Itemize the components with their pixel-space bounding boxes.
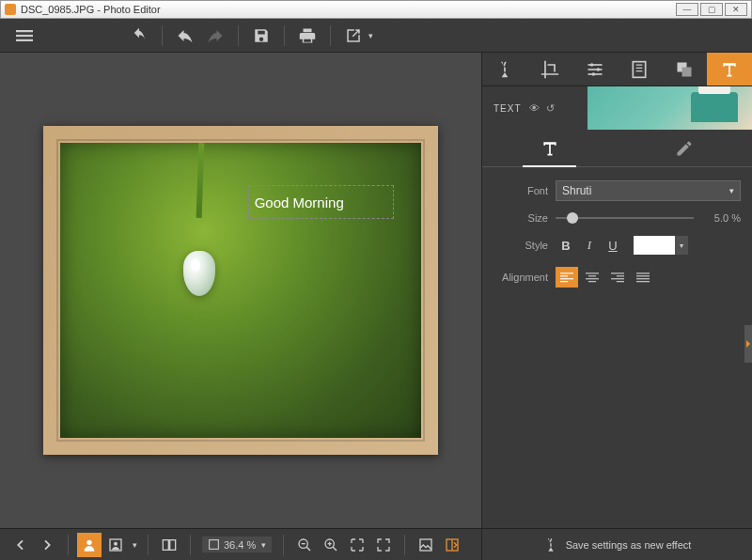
text-subtabs: [482, 130, 752, 167]
text-color-swatch[interactable]: [634, 236, 675, 255]
svg-rect-41: [420, 539, 431, 551]
text-overlay-box[interactable]: Good Morning: [248, 185, 394, 219]
zoom-caret-icon: ▾: [261, 540, 266, 550]
window-close-button[interactable]: ✕: [725, 3, 747, 16]
svg-line-35: [306, 547, 310, 551]
tab-crop[interactable]: [527, 53, 572, 86]
svg-rect-22: [611, 278, 624, 279]
align-right-button[interactable]: [606, 267, 629, 288]
export-caret-icon[interactable]: ▾: [365, 23, 376, 49]
print-icon[interactable]: [294, 23, 321, 49]
undo-full-icon[interactable]: [126, 23, 152, 49]
nav-next-icon[interactable]: [35, 533, 59, 557]
font-value: Shruti: [562, 184, 591, 197]
zoom-display[interactable]: 36.4 % ▾: [202, 537, 272, 552]
svg-rect-5: [588, 69, 602, 70]
tab-adjust[interactable]: [572, 53, 618, 86]
menu-icon[interactable]: [11, 23, 38, 49]
fit-screen-icon[interactable]: [345, 533, 369, 557]
underline-button[interactable]: U: [603, 235, 623, 256]
svg-rect-15: [560, 281, 568, 282]
title-appname: Photo Editor: [103, 4, 161, 15]
header-decoration: [588, 86, 752, 130]
italic-button[interactable]: I: [579, 235, 600, 256]
bold-button[interactable]: B: [556, 235, 576, 256]
svg-rect-27: [636, 281, 650, 282]
svg-rect-14: [560, 278, 573, 279]
text-properties: Font Shruti ▾ Size 5.0 % Style B: [482, 167, 752, 312]
font-label: Font: [494, 185, 548, 196]
portrait-caret-icon[interactable]: ▾: [130, 533, 139, 557]
layout-split-icon[interactable]: [157, 533, 181, 557]
svg-rect-3: [588, 64, 602, 66]
svg-rect-31: [163, 539, 168, 550]
subtab-text[interactable]: [482, 130, 618, 166]
align-justify-button[interactable]: [632, 267, 654, 288]
zoom-out-icon[interactable]: [292, 533, 317, 557]
window-minimize-button[interactable]: —: [676, 3, 698, 16]
align-left-button[interactable]: [556, 267, 578, 288]
svg-point-28: [86, 539, 91, 544]
titlebar: DSC_0985.JPG - Photo Editor — ▢ ✕: [0, 0, 752, 19]
align-center-button[interactable]: [581, 267, 603, 288]
font-select[interactable]: Shruti ▾: [556, 180, 741, 201]
save-icon[interactable]: [248, 23, 274, 49]
svg-point-6: [596, 68, 599, 70]
undo-icon[interactable]: [172, 23, 198, 49]
svg-point-4: [590, 63, 593, 66]
canvas-area[interactable]: Good Morning: [0, 53, 481, 528]
svg-rect-0: [16, 30, 33, 32]
overlay-text: Good Morning: [255, 194, 344, 210]
sidebar-tool-tabs: [482, 53, 752, 86]
svg-rect-32: [170, 539, 176, 550]
photo-image: Good Morning: [60, 143, 421, 438]
svg-rect-21: [617, 275, 624, 276]
reset-icon[interactable]: ↺: [546, 102, 556, 115]
text-panel-header: TEXT 👁 ↺: [482, 86, 752, 130]
svg-rect-13: [560, 275, 568, 276]
window-maximize-button[interactable]: ▢: [700, 3, 723, 16]
size-slider-thumb[interactable]: [567, 212, 578, 224]
photo-waterdrop: [183, 251, 215, 296]
text-header-label: TEXT: [494, 103, 522, 114]
main-toolbar: ▾: [0, 19, 752, 53]
redo-icon[interactable]: [202, 23, 228, 49]
svg-rect-1: [16, 34, 33, 36]
flask-icon: [543, 537, 558, 552]
sidebar: TEXT 👁 ↺ Font Shruti ▾: [481, 53, 752, 528]
svg-rect-33: [210, 540, 219, 550]
title-filename: DSC_0985.JPG: [21, 4, 94, 15]
text-color-dropdown[interactable]: ▾: [675, 236, 688, 255]
tab-frames[interactable]: [617, 53, 662, 86]
portrait-variant-icon[interactable]: [103, 533, 128, 557]
svg-rect-26: [636, 278, 650, 279]
photo-stem: [196, 143, 205, 218]
visibility-icon[interactable]: 👁: [529, 102, 540, 115]
image-icon[interactable]: [414, 533, 438, 557]
svg-rect-19: [588, 281, 596, 282]
actual-size-icon[interactable]: [371, 533, 396, 557]
save-effect-button[interactable]: Save settings as new effect: [481, 528, 752, 560]
svg-rect-23: [617, 281, 624, 282]
save-effect-label: Save settings as new effect: [566, 539, 692, 551]
zoom-value: 36.4 %: [224, 539, 256, 551]
svg-rect-17: [588, 275, 596, 276]
zoom-in-icon[interactable]: [319, 533, 343, 557]
style-label: Style: [494, 240, 548, 251]
tab-overlays[interactable]: [662, 53, 707, 86]
tab-effects[interactable]: [482, 53, 527, 86]
svg-rect-25: [636, 275, 650, 276]
nav-prev-icon[interactable]: [8, 533, 33, 557]
chevron-down-icon: ▾: [729, 186, 734, 195]
size-label: Size: [494, 212, 548, 224]
align-label: Alignment: [494, 272, 548, 283]
size-slider[interactable]: [556, 217, 694, 219]
tab-text[interactable]: [707, 53, 752, 86]
svg-rect-16: [586, 272, 599, 273]
svg-rect-12: [560, 272, 573, 273]
sidebar-expand-handle[interactable]: [744, 325, 752, 363]
compare-icon[interactable]: [440, 533, 464, 557]
subtab-edit[interactable]: [618, 130, 753, 166]
export-icon[interactable]: [340, 23, 367, 49]
portrait-icon[interactable]: [77, 533, 102, 557]
